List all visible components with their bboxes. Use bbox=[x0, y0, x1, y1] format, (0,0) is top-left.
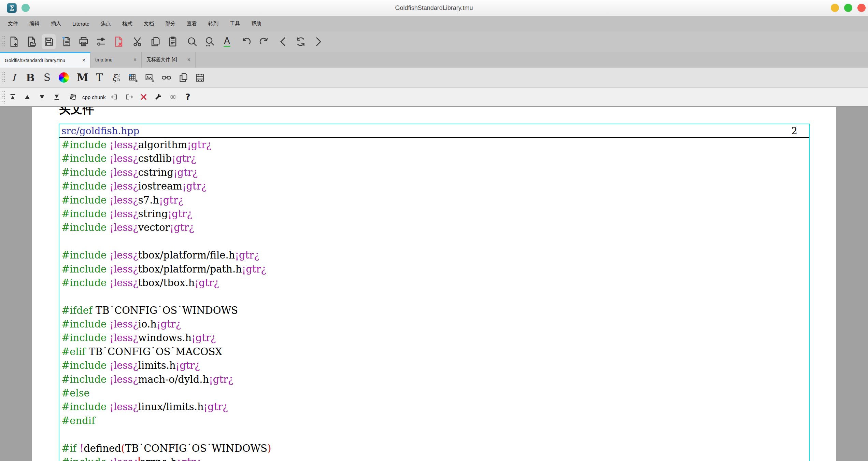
code-line-11[interactable]: #include ¡less¿tbox/tbox.h¡gtr¿ bbox=[61, 276, 809, 290]
tab-2[interactable]: tmp.tmu× bbox=[90, 52, 142, 68]
code-line-21[interactable]: #endif bbox=[61, 414, 809, 428]
tab-3[interactable]: 无标题文件 [4]× bbox=[142, 52, 196, 68]
code-line-20[interactable]: #include ¡less¿linux/limits.h¡gtr¿ bbox=[61, 400, 809, 414]
code-line-16[interactable]: #elif TB˙CONFIG˙OS˙MACOSX bbox=[61, 345, 809, 359]
eye-icon[interactable] bbox=[168, 91, 179, 103]
code-line-10[interactable]: #include ¡less¿tbox/platform/path.h¡gtr¿ bbox=[61, 262, 809, 276]
code-line-8[interactable] bbox=[61, 235, 809, 248]
forward-icon[interactable] bbox=[311, 34, 325, 49]
code-token: ¡less¿ bbox=[110, 167, 138, 178]
focus-chunk-label: cpp chunk bbox=[82, 94, 105, 100]
print-icon[interactable] bbox=[77, 34, 90, 49]
chunk-mode-icon[interactable] bbox=[68, 91, 79, 103]
tab-close-icon[interactable]: × bbox=[82, 57, 85, 64]
search-icon[interactable] bbox=[185, 34, 199, 49]
tab-close-icon[interactable]: × bbox=[187, 57, 190, 63]
code-token: #include bbox=[61, 360, 110, 371]
math-symbol-icon[interactable]: ξ2n bbox=[110, 70, 123, 85]
insert-link-icon[interactable] bbox=[160, 70, 173, 85]
document-page[interactable]: 头文件 src/goldfish.hpp 2 #include ¡less¿al… bbox=[32, 107, 836, 461]
preferences-sliders-icon[interactable] bbox=[94, 34, 108, 49]
menu-item-9[interactable]: 查看 bbox=[187, 20, 197, 27]
code-line-14[interactable]: #include ¡less¿io.h¡gtr¿ bbox=[61, 317, 809, 331]
minimize-button[interactable] bbox=[831, 4, 839, 12]
menu-item-5[interactable]: 焦点 bbox=[101, 20, 111, 27]
goto-bottom-icon[interactable] bbox=[51, 91, 62, 103]
code-line-17[interactable]: #include ¡less¿limits.h¡gtr¿ bbox=[61, 359, 809, 372]
math-mode-icon[interactable]: M bbox=[76, 70, 89, 85]
copy-icon[interactable] bbox=[148, 34, 162, 49]
code-chunk-box[interactable]: src/goldfish.hpp 2 #include ¡less¿algori… bbox=[59, 124, 810, 461]
back-icon[interactable] bbox=[276, 34, 290, 49]
paste-icon[interactable] bbox=[166, 34, 180, 49]
exit-left-icon[interactable] bbox=[109, 91, 120, 103]
bold-icon[interactable]: B bbox=[24, 70, 37, 85]
code-token: ¡gtr¿ bbox=[168, 208, 192, 220]
close-window-button[interactable] bbox=[857, 4, 866, 12]
go-down-icon[interactable] bbox=[37, 91, 47, 103]
revert-document-icon[interactable] bbox=[59, 34, 73, 49]
new-document-icon[interactable] bbox=[7, 34, 21, 49]
tab-1[interactable]: GoldfishStandardLibrary.tmu× bbox=[0, 52, 90, 68]
code-line-23[interactable]: #if !defined(TB˙CONFIG˙OS˙WINDOWS) bbox=[61, 442, 809, 455]
duplicate-pages-icon[interactable] bbox=[176, 70, 189, 85]
code-line-4[interactable]: #include ¡less¿iostream¡gtr¿ bbox=[61, 179, 809, 193]
menu-item-10[interactable]: 转到 bbox=[208, 20, 218, 27]
code-token: ¡gtr¿ bbox=[172, 153, 196, 164]
code-line-3[interactable]: #include ¡less¿cstring¡gtr¿ bbox=[61, 166, 809, 179]
code-line-5[interactable]: #include ¡less¿s7.h¡gtr¿ bbox=[61, 193, 809, 207]
menu-item-6[interactable]: 格式 bbox=[122, 20, 132, 27]
menu-item-3[interactable]: 插入 bbox=[51, 20, 61, 27]
code-line-18[interactable]: #include ¡less¿mach-o/dyld.h¡gtr¿ bbox=[61, 373, 809, 386]
menu-item-7[interactable]: 文档 bbox=[144, 20, 154, 27]
code-line-9[interactable]: #include ¡less¿tbox/platform/file.h¡gtr¿ bbox=[61, 248, 809, 262]
toolbar-drag-handle[interactable] bbox=[2, 71, 5, 84]
cut-icon[interactable] bbox=[131, 34, 145, 49]
style-s-icon[interactable]: S bbox=[41, 70, 54, 85]
exit-right-icon[interactable] bbox=[124, 91, 134, 103]
code-line-1[interactable]: #include ¡less¿algorithm¡gtr¿ bbox=[61, 138, 809, 152]
code-line-13[interactable]: #ifdef TB˙CONFIG˙OS˙WINDOWS bbox=[61, 304, 809, 317]
code-line-15[interactable]: #include ¡less¿windows.h¡gtr¿ bbox=[61, 331, 809, 345]
code-line-7[interactable]: #include ¡less¿vector¡gtr¿ bbox=[61, 221, 809, 234]
tab-close-icon[interactable]: × bbox=[133, 57, 137, 63]
code-line-22[interactable] bbox=[61, 428, 809, 441]
go-up-icon[interactable] bbox=[22, 91, 33, 103]
presentation-icon[interactable] bbox=[193, 70, 206, 85]
insert-table-icon[interactable] bbox=[126, 70, 139, 85]
menu-item-8[interactable]: 部分 bbox=[165, 20, 175, 27]
code-line-19[interactable]: #else bbox=[61, 386, 809, 400]
chunk-reference-count[interactable]: 2 bbox=[791, 125, 797, 137]
color-wheel-icon[interactable] bbox=[57, 70, 70, 85]
color-wheel-icon bbox=[59, 72, 69, 83]
open-document-icon[interactable] bbox=[25, 34, 38, 49]
help-icon[interactable]: ? bbox=[182, 91, 193, 103]
code-line-12[interactable] bbox=[61, 290, 809, 303]
code-line-6[interactable]: #include ¡less¿string¡gtr¿ bbox=[61, 207, 809, 221]
insert-image-icon[interactable] bbox=[143, 70, 156, 85]
chunk-file-title[interactable]: src/goldfish.hpp bbox=[61, 125, 139, 137]
spellcheck-icon[interactable]: A bbox=[220, 34, 234, 49]
undo-icon[interactable] bbox=[240, 34, 253, 49]
delete-icon[interactable] bbox=[138, 91, 149, 103]
code-line-2[interactable]: #include ¡less¿cstdlib¡gtr¿ bbox=[61, 152, 809, 165]
text-mode-icon[interactable]: T bbox=[93, 70, 106, 85]
menu-item-2[interactable]: 编辑 bbox=[29, 20, 40, 27]
menu-item-12[interactable]: 帮助 bbox=[251, 20, 261, 27]
toolbar-drag-handle[interactable] bbox=[2, 35, 5, 48]
menu-item-11[interactable]: 工具 bbox=[230, 20, 240, 27]
search-replace-icon[interactable] bbox=[203, 34, 216, 49]
goto-top-icon[interactable] bbox=[7, 91, 18, 103]
wrench-icon[interactable] bbox=[153, 91, 164, 103]
menu-item-1[interactable]: 文件 bbox=[8, 20, 18, 27]
menu-item-4[interactable]: Literate bbox=[72, 21, 89, 27]
refresh-icon[interactable] bbox=[294, 34, 308, 49]
redo-icon[interactable] bbox=[257, 34, 271, 49]
maximize-button[interactable] bbox=[844, 4, 852, 12]
code-line-24[interactable]: #include ¡less¿errno.h¡gtr¿ bbox=[61, 455, 809, 461]
toolbar-drag-handle[interactable] bbox=[2, 90, 5, 103]
italic-icon[interactable]: I bbox=[7, 70, 20, 85]
code-token: ) bbox=[267, 443, 271, 454]
close-document-icon[interactable] bbox=[112, 34, 125, 49]
save-icon[interactable] bbox=[42, 34, 56, 49]
